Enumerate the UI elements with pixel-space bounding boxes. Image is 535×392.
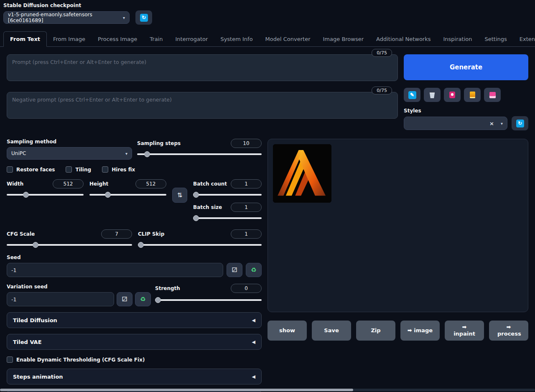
batch-count-slider[interactable] xyxy=(193,192,262,198)
hires-fix-checkbox[interactable]: Hires fix xyxy=(102,166,135,173)
floppy-icon xyxy=(489,92,496,98)
send-to-inpaint-button[interactable]: ➡ inpaint xyxy=(445,321,484,341)
slider-thumb[interactable] xyxy=(23,192,29,198)
checkbox-box xyxy=(7,356,13,363)
strength-slider[interactable] xyxy=(155,297,262,303)
output-image[interactable] xyxy=(273,144,331,203)
variation-seed-label: Variation seed xyxy=(7,284,151,290)
generated-image xyxy=(273,144,331,203)
checkpoint-select[interactable]: v1-5-pruned-emaonly.safetensors [6ce0161… xyxy=(3,11,130,24)
height-value[interactable]: 512 xyxy=(135,179,166,188)
slider-track xyxy=(155,299,262,301)
dice-icon: ⚂ xyxy=(232,266,237,274)
clip-skip-label: CLIP Skip xyxy=(138,231,164,237)
tab-train[interactable]: Train xyxy=(143,32,169,46)
slider-thumb[interactable] xyxy=(33,242,38,248)
sampling-method-value: UniPC xyxy=(11,150,26,156)
save-button[interactable]: Save xyxy=(312,321,351,341)
seed-value: -1 xyxy=(11,267,16,273)
apply-styles-button[interactable] xyxy=(464,88,481,102)
negative-prompt-input[interactable] xyxy=(7,92,398,119)
zip-button[interactable]: Zip xyxy=(356,321,395,341)
slider-thumb[interactable] xyxy=(138,242,144,248)
tab-model-converter[interactable]: Model Converter xyxy=(259,32,317,46)
slider-thumb[interactable] xyxy=(155,297,161,303)
seed-label: Seed xyxy=(7,255,262,260)
accordion-title: Tiled VAE xyxy=(13,339,42,345)
save-style-button[interactable] xyxy=(484,88,501,102)
strength-value[interactable]: 0 xyxy=(231,284,262,293)
height-slider[interactable] xyxy=(89,192,166,198)
slider-thumb[interactable] xyxy=(193,192,199,198)
batch-size-slider[interactable] xyxy=(193,215,262,221)
generate-button[interactable]: Generate xyxy=(404,54,528,80)
swap-dimensions-button[interactable]: ⇅ xyxy=(172,188,187,203)
scrollbar-thumb[interactable] xyxy=(0,389,353,391)
paste-button[interactable]: ✎ xyxy=(404,88,420,102)
slider-thumb[interactable] xyxy=(144,151,150,157)
styles-refresh-button[interactable]: ↻ xyxy=(512,116,528,130)
checkpoint-refresh-button[interactable]: ↻ xyxy=(135,10,152,25)
button-label: ➡ process xyxy=(497,324,520,338)
tab-inspiration[interactable]: Inspiration xyxy=(437,32,479,46)
sampling-steps-label: Sampling steps xyxy=(137,140,181,146)
batch-size-value[interactable]: 1 xyxy=(231,203,262,212)
tab-additional-networks[interactable]: Additional Networks xyxy=(370,32,437,46)
horizontal-scrollbar[interactable] xyxy=(0,389,535,391)
collapse-arrow-icon: ◀ xyxy=(252,374,255,379)
tab-from-image[interactable]: From Image xyxy=(47,32,92,46)
batch-count-value[interactable]: 1 xyxy=(231,179,262,188)
slider-track xyxy=(138,244,262,246)
swap-icon: ⇅ xyxy=(177,191,183,199)
accordion-tiled-diffusion[interactable]: Tiled Diffusion ◀ xyxy=(7,312,262,328)
tab-from-text[interactable]: From Text xyxy=(3,31,47,47)
clear-prompt-button[interactable] xyxy=(424,88,441,102)
tiling-checkbox[interactable]: Tiling xyxy=(66,166,91,173)
styles-select[interactable]: × ▾ xyxy=(404,117,507,130)
button-label: ➡ image xyxy=(408,327,433,334)
main-tabbar: From Text From Image Process Image Train… xyxy=(0,31,535,47)
width-slider[interactable] xyxy=(7,192,84,198)
tab-image-browser[interactable]: Image Browser xyxy=(317,32,370,46)
slider-thumb[interactable] xyxy=(193,215,199,221)
accordion-steps-animation[interactable]: Steps animation ◀ xyxy=(7,369,262,384)
send-to-process-button[interactable]: ➡ process xyxy=(489,321,528,341)
restore-faces-checkbox[interactable]: Restore faces xyxy=(7,166,55,173)
extra-networks-button[interactable] xyxy=(444,88,461,102)
sampling-steps-slider[interactable] xyxy=(137,151,262,157)
tab-settings[interactable]: Settings xyxy=(478,32,513,46)
slider-thumb[interactable] xyxy=(105,192,111,198)
sampling-steps-value[interactable]: 10 xyxy=(231,139,262,148)
sampling-method-select[interactable]: UniPC ▾ xyxy=(7,147,132,160)
width-value[interactable]: 512 xyxy=(53,179,84,188)
tab-extensions[interactable]: Extensions xyxy=(513,32,535,46)
variation-seed-input[interactable]: -1 xyxy=(7,292,114,306)
tab-system-info[interactable]: System Info xyxy=(214,32,259,46)
cfg-scale-label: CFG Scale xyxy=(7,231,35,237)
clipboard-icon xyxy=(470,92,475,98)
dynamic-thresholding-checkbox[interactable]: Enable Dynamic Thresholding (CFG Scale F… xyxy=(7,356,262,363)
checkbox-box xyxy=(102,166,108,173)
clip-skip-slider[interactable] xyxy=(138,242,262,248)
clear-icon[interactable]: × xyxy=(489,120,494,127)
seed-input[interactable]: -1 xyxy=(7,263,223,277)
random-seed-button[interactable]: ⚂ xyxy=(227,263,242,277)
chevron-down-icon: ▾ xyxy=(501,121,503,126)
show-button[interactable]: show xyxy=(268,321,307,341)
cfg-scale-slider[interactable] xyxy=(7,242,132,248)
checkpoint-bar: Stable Diffusion checkpoint v1-5-pruned-… xyxy=(0,0,535,25)
reuse-seed-button[interactable]: ♻ xyxy=(246,263,262,277)
tab-interrogator[interactable]: Interrogator xyxy=(169,32,214,46)
output-gallery xyxy=(268,139,528,312)
send-to-image-button[interactable]: ➡ image xyxy=(400,321,440,341)
tab-process-image[interactable]: Process Image xyxy=(92,32,143,46)
accordion-tiled-vae[interactable]: Tiled VAE ◀ xyxy=(7,334,262,350)
variation-reuse-seed-button[interactable]: ♻ xyxy=(135,292,151,306)
variation-random-seed-button[interactable]: ⚂ xyxy=(117,292,132,306)
cfg-scale-value[interactable]: 7 xyxy=(101,229,132,239)
prompt-input[interactable] xyxy=(7,54,398,81)
recycle-icon: ♻ xyxy=(140,295,145,303)
variation-seed-value: -1 xyxy=(11,296,16,303)
slider-track xyxy=(7,244,132,246)
clip-skip-value[interactable]: 1 xyxy=(231,229,262,239)
